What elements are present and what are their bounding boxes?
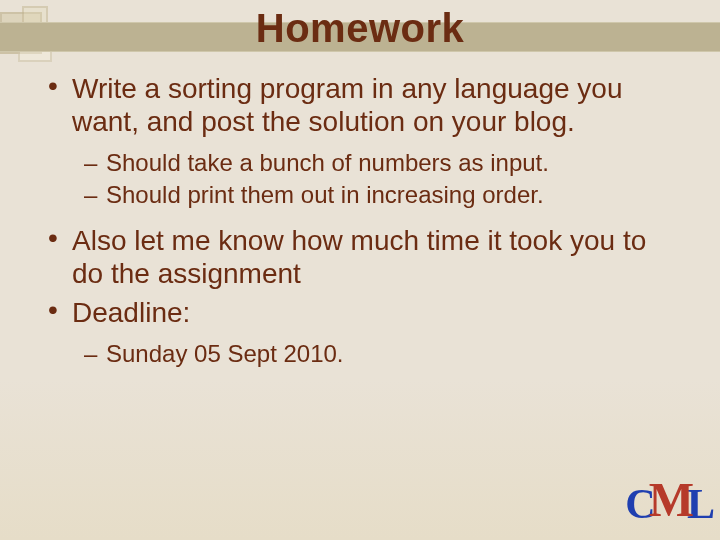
sub-item: Should print them out in increasing orde… <box>84 180 674 210</box>
slide-title: Homework <box>0 2 720 58</box>
slide-body: Write a sorting program in any language … <box>0 58 720 369</box>
bullet-list: Write a sorting program in any language … <box>46 72 674 369</box>
title-area: Homework <box>0 0 720 58</box>
sub-item: Should take a bunch of numbers as input. <box>84 148 674 178</box>
logo-letter-c: C <box>625 481 650 527</box>
sub-list: Sunday 05 Sept 2010. <box>84 339 674 369</box>
cml-logo: CML <box>625 482 710 530</box>
sub-item: Sunday 05 Sept 2010. <box>84 339 674 369</box>
bullet-item: Also let me know how much time it took y… <box>46 224 674 290</box>
bullet-text: Write a sorting program in any language … <box>72 72 674 138</box>
logo-letter-l: L <box>687 481 710 527</box>
bullet-item: Write a sorting program in any language … <box>46 72 674 210</box>
bullet-text: Deadline: <box>72 296 674 329</box>
bullet-text: Also let me know how much time it took y… <box>72 224 674 290</box>
logo-letter-m: M <box>649 473 689 526</box>
bullet-item: Deadline: Sunday 05 Sept 2010. <box>46 296 674 369</box>
sub-list: Should take a bunch of numbers as input.… <box>84 148 674 210</box>
